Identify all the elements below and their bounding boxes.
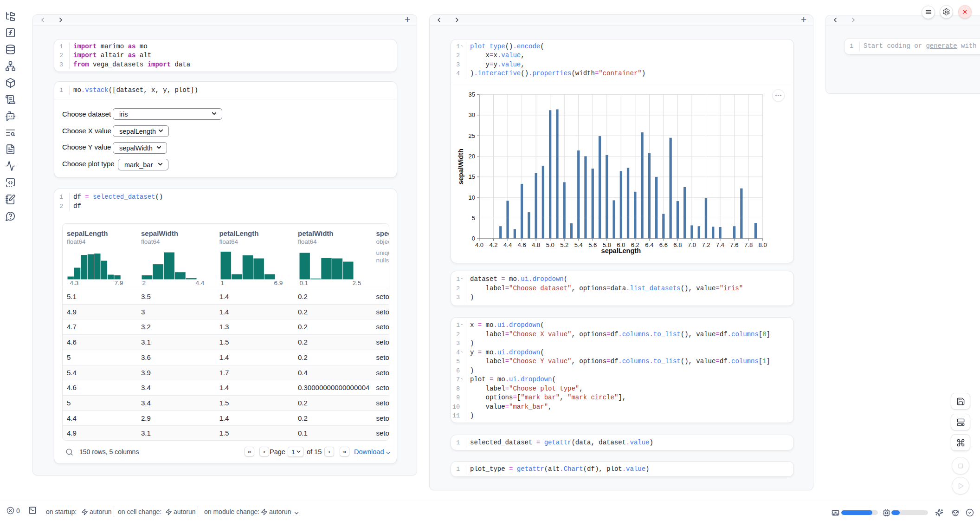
- svg-text:4.0: 4.0: [475, 241, 484, 248]
- svg-text:6.8: 6.8: [673, 241, 682, 248]
- svg-text:30: 30: [469, 111, 475, 118]
- svg-text:15: 15: [469, 173, 475, 180]
- svg-text:7.4: 7.4: [716, 241, 724, 248]
- svg-text:5.6: 5.6: [588, 241, 597, 248]
- svg-text:7.2: 7.2: [702, 241, 710, 248]
- svg-text:sepalWidth: sepalWidth: [457, 149, 464, 184]
- svg-text:6.4: 6.4: [645, 241, 653, 248]
- svg-text:25: 25: [469, 132, 475, 139]
- svg-text:5.2: 5.2: [560, 241, 568, 248]
- svg-text:4.4: 4.4: [503, 241, 512, 248]
- svg-text:5.4: 5.4: [574, 241, 583, 248]
- svg-text:5: 5: [472, 215, 475, 221]
- svg-text:5.0: 5.0: [546, 241, 554, 248]
- svg-text:4.6: 4.6: [518, 241, 526, 248]
- svg-text:7.0: 7.0: [688, 241, 696, 248]
- svg-text:4.8: 4.8: [532, 241, 540, 248]
- svg-text:7.8: 7.8: [744, 241, 753, 248]
- svg-text:0: 0: [472, 235, 475, 242]
- svg-text:4.2: 4.2: [489, 241, 497, 248]
- svg-text:35: 35: [469, 91, 475, 98]
- svg-text:sepalLength: sepalLength: [601, 247, 641, 254]
- svg-text:10: 10: [469, 194, 475, 201]
- svg-text:6.6: 6.6: [659, 241, 668, 248]
- svg-text:20: 20: [469, 153, 475, 160]
- svg-text:7.6: 7.6: [730, 241, 738, 248]
- svg-text:8.0: 8.0: [759, 241, 767, 248]
